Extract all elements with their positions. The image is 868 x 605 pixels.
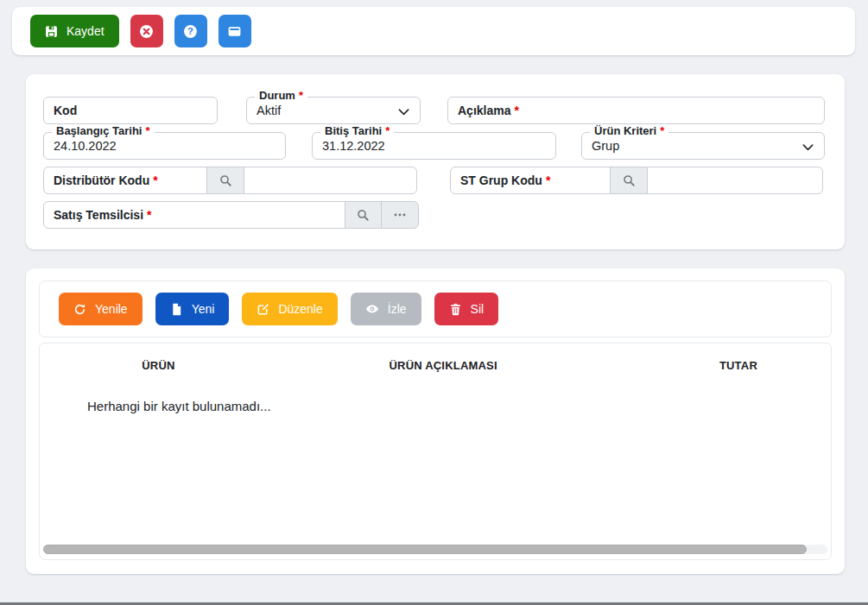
baslangic-tarihi-field[interactable]: Başlangıç Tarihi* (43, 132, 286, 160)
durum-value: Aktif (257, 104, 281, 117)
refresh-icon (73, 303, 86, 316)
baslangic-tarihi-label: Başlangıç Tarihi* (52, 125, 155, 137)
eye-icon (365, 302, 379, 316)
satis-temsilcisi-label: Satış Temsilcisi* (54, 208, 151, 222)
aciklama-label: Açıklama* (458, 104, 519, 117)
x-circle-icon (139, 24, 154, 39)
floppy-disk-icon (45, 25, 58, 38)
top-toolbar: Kaydet ? (12, 7, 855, 55)
urun-kriteri-value: Grup (592, 139, 619, 153)
baslangic-tarihi-input[interactable] (54, 139, 276, 153)
bitis-tarihi-input[interactable] (322, 139, 546, 153)
bitis-tarihi-field[interactable]: Bitiş Tarihi* (312, 132, 556, 160)
empty-state-message: Herhangi bir kayıt bulunamadı... (87, 399, 831, 413)
horizontal-scrollbar[interactable] (43, 545, 827, 554)
st-grup-kodu-label: ST Grup Kodu* (460, 173, 550, 187)
grid-action-bar: Yenile Yeni Düzenle (39, 280, 832, 337)
refresh-button[interactable]: Yenile (59, 293, 143, 325)
durum-label: Durum* (255, 90, 307, 102)
st-grup-kodu-search-button[interactable] (610, 167, 648, 194)
cancel-button[interactable] (130, 15, 163, 47)
distributor-kodu-search-button[interactable] (206, 167, 244, 194)
distributor-kodu-label: Distribütör Kodu* (54, 173, 158, 187)
kod-field[interactable] (43, 97, 218, 124)
ellipsis-icon (393, 208, 407, 222)
records-table: ÜRÜN ÜRÜN AÇIKLAMASI TUTAR Herhangi bir … (39, 343, 832, 560)
horizontal-scrollbar-thumb[interactable] (43, 545, 807, 554)
chevron-down-icon (801, 141, 814, 156)
trash-icon (449, 303, 462, 316)
satis-temsilcisi-field[interactable]: Satış Temsilcisi* (43, 201, 345, 229)
urun-kriteri-label: Ürün Kriteri* (590, 125, 668, 137)
bitis-tarihi-label: Bitiş Tarihi* (320, 125, 394, 137)
question-circle-icon: ? (183, 24, 198, 39)
search-icon (219, 174, 232, 187)
window-card-icon (227, 24, 242, 39)
save-button-label: Kaydet (67, 24, 105, 38)
records-card: Yenile Yeni Düzenle (26, 268, 845, 574)
chevron-down-icon (397, 105, 410, 121)
st-grup-kodu-value-field[interactable] (647, 167, 823, 194)
kod-input[interactable] (54, 104, 207, 117)
st-grup-kodu-value-input[interactable] (657, 173, 813, 187)
distributor-kodu-group: Distribütör Kodu* (43, 167, 417, 194)
st-grup-kodu-field[interactable]: ST Grup Kodu* (450, 167, 611, 194)
search-icon (623, 174, 636, 187)
help-button[interactable]: ? (174, 15, 207, 47)
column-header-urun-aciklamasi: ÜRÜN AÇIKLAMASI (277, 359, 610, 372)
distributor-kodu-field[interactable]: Distribütör Kodu* (43, 167, 207, 194)
filter-form-card: Durum* Aktif Açıklama* Başlangıç Tarihi*… (26, 74, 845, 249)
svg-text:?: ? (187, 26, 193, 36)
aciklama-field[interactable]: Açıklama* (447, 97, 825, 124)
new-button[interactable]: Yeni (155, 293, 230, 325)
window-button[interactable] (219, 15, 251, 47)
edit-button[interactable]: Düzenle (242, 293, 337, 325)
satis-temsilcisi-group: Satış Temsilcisi* (43, 201, 419, 229)
delete-button[interactable]: Sil (434, 293, 499, 325)
search-icon (357, 209, 370, 222)
st-grup-kodu-group: ST Grup Kodu* (450, 167, 823, 194)
table-header-row: ÜRÜN ÜRÜN AÇIKLAMASI TUTAR (40, 343, 831, 387)
pencil-square-icon (257, 303, 269, 316)
column-header-urun: ÜRÜN (40, 359, 277, 372)
urun-kriteri-select[interactable]: Ürün Kriteri* Grup (581, 132, 825, 160)
file-icon (170, 303, 183, 316)
durum-select[interactable]: Durum* Aktif (246, 97, 421, 124)
column-header-tutar: TUTAR (610, 359, 831, 372)
satis-temsilcisi-search-button[interactable] (345, 201, 382, 229)
view-button[interactable]: İzle (351, 293, 421, 325)
distributor-kodu-value-input[interactable] (254, 173, 407, 187)
satis-temsilcisi-more-button[interactable] (381, 201, 419, 229)
save-button[interactable]: Kaydet (30, 15, 119, 47)
distributor-kodu-value-field[interactable] (244, 167, 417, 194)
